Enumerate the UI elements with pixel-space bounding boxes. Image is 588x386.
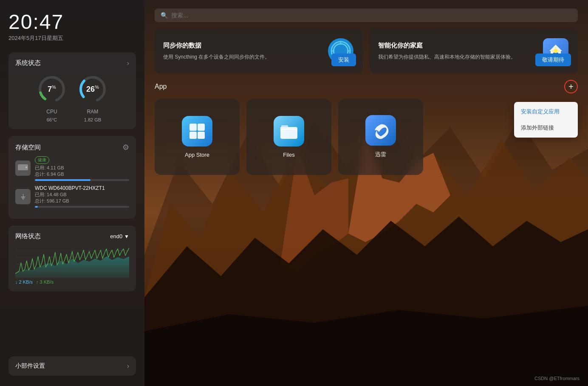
storage-total-2: 总计: 596.17 GB xyxy=(35,198,129,204)
system-status-title: 系统状态 xyxy=(15,59,41,67)
sync-card-desc: 使用 Syncthing 在多个设备之间同步你的文件。 xyxy=(163,53,320,61)
context-menu-add-external[interactable]: 添加外部链接 xyxy=(514,120,578,136)
ram-gauge-circle: 26% xyxy=(76,72,110,106)
storage-info-1: 健康 已用: 4.11 GB 总计: 6.94 GB xyxy=(35,155,129,181)
down-arrow-icon: ↓ xyxy=(15,279,18,285)
cpu-gauge: 7% CPU 66°C xyxy=(35,72,69,122)
app-store-label: App Store xyxy=(185,152,209,158)
clock-section: 20:47 2024年5月17日星期五 xyxy=(8,10,136,45)
up-arrow-icon: ↑ xyxy=(36,279,39,285)
storage-title: 存储空间 xyxy=(15,144,41,152)
svg-rect-28 xyxy=(189,132,197,139)
usb-icon: ⏚ xyxy=(21,192,25,201)
search-bar[interactable]: 🔍 xyxy=(155,8,578,22)
network-interface-selector[interactable]: end0 ▼ xyxy=(110,233,129,239)
storage-header: 存储空间 ⚙ xyxy=(15,143,129,152)
usb-icon-wrap: ⏚ xyxy=(15,189,31,204)
storage-badge: 健康 xyxy=(35,156,49,164)
storage-bar-1 xyxy=(35,179,129,181)
storage-bar-fill-1 xyxy=(35,179,90,181)
cpu-temp: 66°C xyxy=(47,117,57,122)
sync-card-text: 同步你的数据 使用 Syncthing 在多个设备之间同步你的文件。 xyxy=(163,42,320,61)
cpu-percent: 7 xyxy=(48,85,52,93)
apps-section: App + 安装自定义应用 添加外部链接 xyxy=(155,80,578,378)
smarthome-card: 智能化你的家庭 我们希望为你提供隐私、高速和本地化存储的智能家居体验。 xyxy=(370,29,578,73)
app-card-appstore[interactable]: App Store xyxy=(155,99,240,175)
network-graph-wrap xyxy=(15,244,129,278)
main-content: 🔍 同步你的数据 使用 Syncthing 在多个设备之间同步你的文件。 xyxy=(144,0,588,386)
storage-item-2: ⏚ WDC WD6400BPVT-22HXZT1 已用: 14.48 GB 总计… xyxy=(15,185,129,208)
sidebar: 20:47 2024年5月17日星期五 系统状态 › 7% CPU xyxy=(0,0,144,386)
files-label: Files xyxy=(283,152,294,158)
network-speed-labels: ↓ 2 KB/s ↑ 3 KB/s xyxy=(15,279,129,285)
smarthome-card-text: 智能化你的家庭 我们希望为你提供隐私、高速和本地化存储的智能家居体验。 xyxy=(378,42,535,61)
storage-gear-icon[interactable]: ⚙ xyxy=(122,143,129,152)
svg-rect-27 xyxy=(198,124,205,131)
svg-rect-29 xyxy=(198,132,205,139)
network-header: 网络状态 end0 ▼ xyxy=(15,232,129,240)
files-icon xyxy=(274,116,304,147)
watermark: CSDN @ETfrommars xyxy=(534,376,580,381)
net-up-speed: ↑ 3 KB/s xyxy=(36,279,54,285)
storage-used-2: 已用: 14.48 GB xyxy=(35,192,129,198)
apps-title: App xyxy=(155,83,167,90)
svg-rect-31 xyxy=(281,125,288,129)
search-icon: 🔍 xyxy=(161,12,168,19)
up-speed-value: 3 KB/s xyxy=(40,279,54,285)
storage-card: 存储空间 ⚙ 健康 已用: 4.11 GB 总计: 6.94 GB xyxy=(8,136,136,219)
context-menu: 安装自定义应用 添加外部链接 xyxy=(514,102,578,138)
apps-header-right: + 安装自定义应用 添加外部链接 xyxy=(564,80,578,93)
context-menu-install-custom[interactable]: 安装自定义应用 xyxy=(514,104,578,120)
system-status-arrow[interactable]: › xyxy=(127,59,129,67)
storage-bar-2 xyxy=(35,206,129,208)
chevron-down-icon: ▼ xyxy=(124,234,129,239)
ram-percent: 26 xyxy=(86,85,95,93)
clock-time: 20:47 xyxy=(8,10,136,34)
gauges-row: 7% CPU 66°C 26% RAM 1.82 GB xyxy=(15,72,129,122)
net-down-speed: ↓ 2 KB/s xyxy=(15,279,33,285)
app-card-files[interactable]: Files xyxy=(246,99,331,175)
storage-used-1: 已用: 4.11 GB xyxy=(35,165,129,171)
search-input[interactable] xyxy=(171,12,572,19)
ram-gauge: 26% RAM 1.82 GB xyxy=(76,72,110,122)
svg-rect-12 xyxy=(19,170,27,172)
network-graph xyxy=(15,244,129,278)
svg-point-13 xyxy=(25,166,27,168)
cpu-gauge-circle: 7% xyxy=(35,72,69,106)
storage-item-1: 健康 已用: 4.11 GB 总计: 6.94 GB xyxy=(15,155,129,181)
add-app-button[interactable]: + xyxy=(564,80,578,93)
smarthome-card-title: 智能化你的家庭 xyxy=(378,42,535,50)
sync-card-title: 同步你的数据 xyxy=(163,42,320,50)
clock-date: 2024年5月17日星期五 xyxy=(8,34,136,42)
smarthome-card-desc: 我们希望为你提供隐私、高速和本地化存储的智能家居体验。 xyxy=(378,53,535,61)
system-status-header: 系统状态 › xyxy=(15,59,129,67)
xunlei-label: 迅雷 xyxy=(375,151,386,158)
ram-percent-text: 26% xyxy=(86,85,99,93)
storage-name-2: WDC WD6400BPVT-22HXZT1 xyxy=(35,185,129,191)
svg-rect-26 xyxy=(189,124,197,131)
widget-settings[interactable]: 小部件设置 › xyxy=(8,356,136,376)
smarthome-coming-soon-btn[interactable]: 敬请期待 xyxy=(535,54,571,66)
app-store-icon xyxy=(182,116,212,147)
network-card: 网络状态 end0 ▼ xyxy=(8,225,136,291)
widget-settings-arrow: › xyxy=(127,362,129,370)
storage-total-1: 总计: 6.94 GB xyxy=(35,171,129,178)
down-speed-value: 2 KB/s xyxy=(19,279,33,285)
sync-install-btn[interactable]: 安装 xyxy=(331,54,356,66)
ram-value: 1.82 GB xyxy=(84,117,101,122)
features-row: 同步你的数据 使用 Syncthing 在多个设备之间同步你的文件。 xyxy=(155,29,578,73)
storage-bar-fill-2 xyxy=(35,206,38,208)
hdd-icon-wrap xyxy=(15,161,31,176)
network-title: 网络状态 xyxy=(15,232,41,240)
apps-header: App + 安装自定义应用 添加外部链接 xyxy=(155,80,578,93)
storage-info-2: WDC WD6400BPVT-22HXZT1 已用: 14.48 GB 总计: … xyxy=(35,185,129,208)
network-interface-name: end0 xyxy=(110,233,122,239)
cpu-percent-text: 7% xyxy=(48,85,56,93)
system-status-card: 系统状态 › 7% CPU 66°C xyxy=(8,52,136,129)
svg-point-21 xyxy=(554,49,558,53)
xunlei-icon xyxy=(365,115,396,146)
widget-settings-title: 小部件设置 xyxy=(15,362,45,370)
app-card-xunlei[interactable]: 迅雷 xyxy=(338,99,423,175)
sync-card: 同步你的数据 使用 Syncthing 在多个设备之间同步你的文件。 xyxy=(155,29,363,73)
